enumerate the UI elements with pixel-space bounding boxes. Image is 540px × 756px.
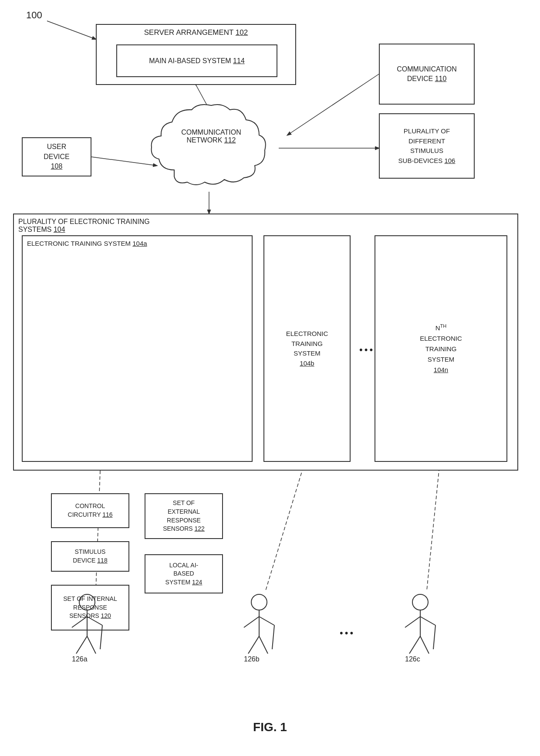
cloud-svg (148, 100, 270, 192)
training-104n-ref: 104n (434, 366, 448, 373)
svg-text:126a: 126a (72, 655, 88, 662)
local-ai-ref: 124 (192, 579, 202, 586)
cloud-network-label: COMMUNICATIONNETWORK 112 (150, 129, 272, 144)
svg-point-26 (412, 594, 428, 610)
external-sensors-box: SET OFEXTERNALRESPONSESENSORS 122 (145, 493, 223, 539)
svg-line-7 (96, 471, 100, 590)
main-ai-box: MAIN AI-BASED SYSTEM 114 (116, 44, 277, 77)
server-arrangement-box: SERVER ARRANGEMENT 102 MAIN AI-BASED SYS… (96, 24, 296, 85)
comm-device-label: COMMUNICATIONDEVICE 110 (397, 64, 456, 84)
cloud-network-ref: 112 (224, 136, 236, 144)
server-arrangement-label: SERVER ARRANGEMENT 102 (97, 28, 295, 37)
ellipsis-training-systems: ••• (359, 344, 375, 356)
svg-line-22 (272, 625, 274, 649)
training-104a-ref: 104a (132, 240, 147, 247)
stimulus-subdevices-label: PLURALITY OFDIFFERENTSTIMULUSSUB-DEVICES… (398, 126, 456, 166)
svg-line-9 (427, 462, 440, 590)
training-systems-outer-label: PLURALITY OF ELECTRONIC TRAININGSYSTEMS … (18, 218, 150, 234)
stimulus-subdevices-ref: 106 (444, 157, 455, 164)
person-126a: 126a (68, 593, 107, 662)
diagram-ref-100: 100 (26, 10, 42, 21)
svg-text:126b: 126b (244, 655, 260, 662)
diagram-container: 100 SERVER ARRANGEMENT 102 MAIN AI-BASED… (0, 0, 540, 756)
communication-network-cloud (148, 100, 270, 192)
local-ai-box: LOCAL AI-BASEDSYSTEM 124 (145, 554, 223, 593)
training-systems-outer-ref: 104 (54, 226, 65, 233)
stimulus-device-box: STIMULUSDEVICE 118 (51, 541, 129, 572)
training-104n-box: NTHELECTRONICTRAININGSYSTEM104n (375, 235, 507, 462)
svg-line-23 (248, 636, 259, 654)
svg-line-29 (420, 617, 435, 625)
server-arrangement-ref: 102 (236, 28, 248, 37)
user-device-box: USERDEVICE108 (22, 137, 91, 176)
communication-device-box: COMMUNICATIONDEVICE 110 (379, 44, 475, 105)
comm-device-ref: 110 (435, 75, 447, 82)
ellipsis-persons: ••• (340, 627, 355, 639)
svg-line-31 (409, 636, 420, 654)
control-circuitry-box: CONTROLCIRCUITRY 116 (51, 493, 129, 528)
figure-caption: FIG. 1 (0, 720, 540, 734)
person-126b: 126b (240, 593, 279, 662)
svg-line-8 (266, 462, 305, 590)
svg-line-15 (76, 636, 87, 654)
training-104a-box: ELECTRONIC TRAINING SYSTEM 104a CONTROLC… (22, 235, 253, 462)
training-104a-label: ELECTRONIC TRAINING SYSTEM 104a (27, 240, 147, 247)
svg-point-10 (79, 594, 95, 610)
person-126c: 126c (401, 593, 440, 662)
stimulus-device-ref: 118 (97, 557, 107, 564)
svg-line-20 (244, 617, 259, 627)
svg-line-3 (287, 74, 379, 135)
control-circuitry-ref: 116 (102, 511, 112, 518)
main-ai-label: MAIN AI-BASED SYSTEM 114 (149, 57, 245, 65)
svg-line-4 (91, 157, 157, 166)
training-104b-box: ELECTRONICTRAININGSYSTEM104b (263, 235, 351, 462)
stimulus-subdevices-box: PLURALITY OFDIFFERENTSTIMULUSSUB-DEVICES… (379, 113, 475, 179)
user-device-label: USERDEVICE108 (44, 142, 70, 171)
svg-line-32 (420, 636, 429, 654)
svg-point-18 (251, 594, 267, 610)
svg-line-24 (259, 636, 268, 654)
svg-line-16 (87, 636, 96, 654)
svg-line-12 (72, 617, 87, 627)
external-sensors-ref: 122 (195, 525, 205, 532)
main-ai-ref: 114 (233, 57, 245, 64)
control-circuitry-label: CONTROLCIRCUITRY 116 (68, 502, 113, 519)
svg-line-21 (259, 617, 274, 625)
stimulus-device-label: STIMULUSDEVICE 118 (73, 548, 107, 565)
external-sensors-label: SET OFEXTERNALRESPONSESENSORS 122 (163, 499, 205, 533)
training-104b-ref: 104b (300, 359, 314, 367)
training-104b-label: ELECTRONICTRAININGSYSTEM104b (286, 329, 328, 368)
local-ai-label: LOCAL AI-BASEDSYSTEM 124 (165, 561, 202, 587)
svg-line-14 (100, 625, 102, 649)
svg-line-13 (87, 617, 102, 625)
svg-line-0 (47, 21, 96, 39)
training-104n-label: NTHELECTRONICTRAININGSYSTEM104n (420, 322, 462, 375)
user-device-ref: 108 (51, 163, 63, 170)
svg-line-30 (433, 625, 435, 649)
svg-text:126c: 126c (405, 655, 420, 662)
svg-line-28 (405, 617, 420, 627)
